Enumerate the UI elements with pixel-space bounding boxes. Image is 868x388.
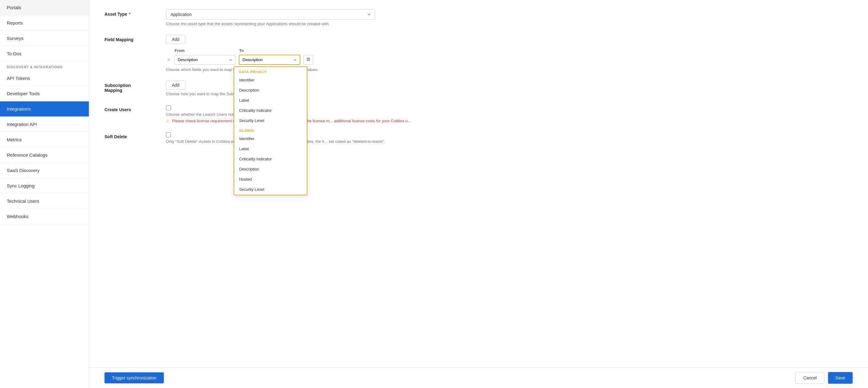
- to-select[interactable]: Description: [239, 55, 300, 65]
- dropdown-item-gl-description[interactable]: Description: [234, 164, 307, 174]
- dropdown-item-gl-criticality[interactable]: Criticality Indicator: [234, 154, 307, 164]
- asset-type-label: Asset Type *: [104, 9, 166, 17]
- dropdown-item-dp-security[interactable]: Security Level: [234, 116, 307, 126]
- sidebar-item-surveys[interactable]: Surveys: [0, 31, 89, 46]
- sidebar-item-reports[interactable]: Reports: [0, 15, 89, 31]
- cancel-button[interactable]: Cancel: [796, 372, 824, 384]
- save-button[interactable]: Save: [828, 372, 852, 384]
- create-users-label: Create Users: [104, 105, 166, 112]
- dropdown-item-dp-criticality[interactable]: Criticality Indicator: [234, 105, 307, 116]
- sidebar-item-metrics[interactable]: Metrics: [0, 132, 89, 148]
- mapping-row-1: ≡ Description Description DATA PRIVACY I…: [166, 55, 852, 65]
- dropdown-item-dp-description[interactable]: Description: [234, 85, 307, 95]
- dropdown-item-gl-note[interactable]: Note: [234, 194, 307, 195]
- drag-handle-icon[interactable]: ≡: [166, 56, 171, 64]
- subscription-mapping-add-button[interactable]: Add: [166, 80, 185, 90]
- sidebar-item-reference-catalogs[interactable]: Reference Catalogs: [0, 148, 89, 163]
- required-marker: *: [128, 12, 131, 17]
- dropdown-item-dp-identifier[interactable]: Identifier: [234, 75, 307, 85]
- asset-type-help: Choose the asset type that the assets re…: [166, 22, 852, 26]
- main-content: Asset Type * Application Choose the asse…: [89, 0, 868, 388]
- field-mapping-row: Field Mapping Add From To ≡ Description …: [104, 35, 852, 72]
- footer-right-buttons: Cancel Save: [796, 372, 852, 384]
- asset-type-row: Asset Type * Application Choose the asse…: [104, 9, 852, 26]
- field-mapping-content: Add From To ≡ Description Description: [166, 35, 852, 72]
- dropdown-item-dp-label[interactable]: Label: [234, 95, 307, 105]
- data-privacy-header: DATA PRIVACY: [234, 67, 307, 75]
- warning-icon: ⚠: [166, 119, 170, 123]
- dropdown-item-gl-security[interactable]: Security Level: [234, 184, 307, 194]
- dropdown-item-gl-label[interactable]: Label: [234, 144, 307, 154]
- sidebar: Portals Reports Surveys To-Dos DISCOVERY…: [0, 0, 89, 388]
- sidebar-item-portals[interactable]: Portals: [0, 0, 89, 15]
- sidebar-item-sync-logging[interactable]: Sync Logging: [0, 178, 89, 194]
- dropdown-item-gl-identifier[interactable]: Identifier: [234, 134, 307, 144]
- create-users-checkbox[interactable]: [166, 105, 171, 110]
- sidebar-item-webhooks[interactable]: Webhooks: [0, 209, 89, 224]
- trigger-sync-button[interactable]: Trigger synchronization: [104, 372, 164, 383]
- sidebar-item-todos[interactable]: To-Dos: [0, 46, 89, 61]
- sidebar-item-integration-api[interactable]: Integration API: [0, 117, 89, 132]
- soft-delete-checkbox[interactable]: [166, 132, 171, 137]
- footer-bar: Trigger synchronization Cancel Save: [89, 367, 868, 388]
- to-field-dropdown: DATA PRIVACY Identifier Description Labe…: [234, 66, 307, 195]
- delete-mapping-button[interactable]: [303, 55, 313, 65]
- field-mapping-label: Field Mapping: [104, 35, 166, 42]
- sidebar-item-technical-users[interactable]: Technical Users: [0, 194, 89, 209]
- global-header: GLOBAL: [234, 126, 307, 134]
- to-column-header: To: [239, 48, 301, 53]
- sidebar-item-saas-discovery[interactable]: SaaS Discovery: [0, 163, 89, 178]
- sidebar-item-integrations[interactable]: Integrations: [0, 101, 89, 117]
- sidebar-item-developer-tools[interactable]: Developer Tools: [0, 86, 89, 101]
- sidebar-item-api-tokens[interactable]: API Tokens: [0, 71, 89, 86]
- discovery-section-header: DISCOVERY & INTEGRATIONS: [0, 61, 89, 71]
- soft-delete-row: Soft Delete Only "Soft Delete" Assets in…: [104, 132, 852, 144]
- subscription-mapping-label: SubscriptionMapping: [104, 80, 166, 93]
- dropdown-item-gl-hosted[interactable]: Hosted: [234, 174, 307, 184]
- field-mapping-add-button[interactable]: Add: [166, 35, 185, 44]
- from-select[interactable]: Description: [174, 55, 236, 65]
- from-column-header: From: [175, 48, 236, 53]
- create-users-row: Create Users Choose whether the LeanIX U…: [104, 105, 852, 123]
- asset-type-select[interactable]: Application: [166, 9, 375, 20]
- subscription-mapping-row: SubscriptionMapping Add Choose how you w…: [104, 80, 852, 96]
- asset-type-content: Application Choose the asset type that t…: [166, 9, 852, 26]
- soft-delete-label: Soft Delete: [104, 132, 166, 139]
- trash-icon: [306, 57, 310, 61]
